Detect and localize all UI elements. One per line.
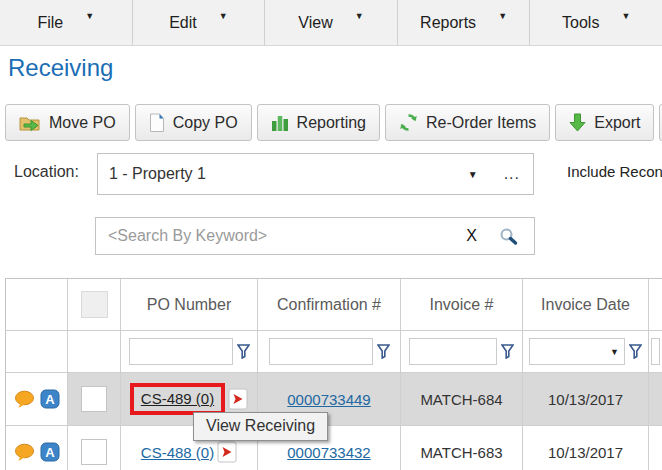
menu-file-label: File bbox=[37, 14, 63, 32]
filter-partial-cell bbox=[649, 331, 662, 373]
note-bubble-icon[interactable] bbox=[14, 443, 35, 462]
filter-funnel-icon[interactable] bbox=[377, 344, 390, 359]
move-po-folder-icon bbox=[19, 114, 41, 132]
svg-text:A: A bbox=[45, 445, 55, 460]
location-dropdown[interactable]: 1 - Property 1 ▼ ... bbox=[97, 153, 534, 195]
reporting-label: Reporting bbox=[297, 114, 366, 132]
menu-edit[interactable]: Edit ▼ bbox=[133, 0, 266, 45]
menu-tools[interactable]: Tools ▼ bbox=[530, 0, 662, 45]
reporting-button[interactable]: Reporting bbox=[257, 104, 380, 141]
confirmation-filter-input[interactable] bbox=[269, 338, 373, 365]
row-2-checkbox-cell bbox=[68, 426, 121, 470]
move-po-button[interactable]: Move PO bbox=[5, 104, 130, 141]
dropdown-arrow-icon[interactable]: ▼ bbox=[468, 169, 478, 180]
column-header-confirmation[interactable]: Confirmation # bbox=[258, 279, 401, 331]
chevron-down-icon: ▼ bbox=[355, 11, 364, 21]
svg-text:A: A bbox=[45, 392, 55, 407]
menu-reports-label: Reports bbox=[420, 14, 476, 32]
po-number-link[interactable]: CS-488 (0) bbox=[141, 444, 214, 461]
move-po-label: Move PO bbox=[49, 114, 116, 132]
filter-funnel-icon[interactable] bbox=[237, 344, 250, 359]
export-button[interactable]: Export bbox=[555, 104, 654, 141]
search-icon[interactable] bbox=[499, 227, 518, 246]
search-input[interactable] bbox=[96, 227, 460, 245]
export-label: Export bbox=[594, 114, 640, 132]
column-header-po-number[interactable]: PO Number bbox=[121, 279, 258, 331]
approval-a-badge-icon[interactable]: A bbox=[40, 442, 60, 462]
row-1-invoice-date-cell: 10/13/2017 bbox=[523, 373, 649, 426]
search-box: X bbox=[95, 217, 535, 255]
copy-page-icon bbox=[149, 113, 165, 133]
filter-checkbox-cell bbox=[68, 331, 121, 373]
reorder-recycle-icon bbox=[399, 113, 418, 132]
filter-invoice-date-cell: ▼ bbox=[523, 331, 649, 373]
select-all-checkbox[interactable] bbox=[81, 291, 108, 318]
menu-bar: File ▼ Edit ▼ View ▼ Reports ▼ Tools ▼ bbox=[0, 0, 662, 46]
dropdown-arrow-icon[interactable]: ▼ bbox=[610, 347, 619, 357]
row-1-checkbox[interactable] bbox=[81, 386, 107, 412]
pdf-export-icon[interactable] bbox=[217, 441, 237, 463]
bar-chart-icon bbox=[271, 114, 289, 132]
filter-funnel-icon[interactable] bbox=[629, 344, 642, 359]
menu-reports[interactable]: Reports ▼ bbox=[398, 0, 531, 45]
row-2-icons-cell: A bbox=[6, 426, 68, 470]
row-1-checkbox-cell bbox=[68, 373, 121, 426]
receiving-table: PO Number Confirmation # Invoice # Invoi… bbox=[5, 278, 662, 470]
row-2-partial-cell bbox=[649, 426, 662, 470]
chevron-down-icon: ▼ bbox=[85, 11, 94, 21]
note-bubble-icon[interactable] bbox=[14, 390, 35, 409]
menu-file[interactable]: File ▼ bbox=[0, 0, 133, 45]
row-2-checkbox[interactable] bbox=[81, 439, 107, 465]
partial-filter-input[interactable] bbox=[651, 338, 660, 365]
page-title: Receiving bbox=[8, 54, 113, 82]
search-clear-button[interactable]: X bbox=[466, 227, 477, 245]
filter-funnel-icon[interactable] bbox=[501, 344, 514, 359]
copy-po-button[interactable]: Copy PO bbox=[135, 104, 252, 141]
chevron-down-icon: ▼ bbox=[498, 11, 507, 21]
menu-edit-label: Edit bbox=[169, 14, 197, 32]
include-reconciled-label: Include Reconc bbox=[567, 163, 662, 180]
menu-view-label: View bbox=[298, 14, 332, 32]
column-header-invoice[interactable]: Invoice # bbox=[401, 279, 523, 331]
row-2-invoice-cell: MATCH-683 bbox=[401, 426, 523, 470]
invoice-filter-input[interactable] bbox=[409, 338, 497, 365]
po-number-filter-input[interactable] bbox=[129, 338, 233, 365]
chevron-down-icon: ▼ bbox=[621, 11, 630, 21]
pdf-export-icon[interactable] bbox=[228, 388, 248, 410]
export-down-arrow-icon bbox=[569, 113, 586, 132]
filter-invoice-cell bbox=[401, 331, 523, 373]
location-value: 1 - Property 1 bbox=[98, 165, 468, 183]
view-receiving-tooltip: View Receiving bbox=[193, 412, 328, 441]
header-select-all bbox=[68, 279, 121, 331]
filter-icons-cell bbox=[6, 331, 68, 373]
location-label: Location: bbox=[14, 163, 79, 181]
menu-view[interactable]: View ▼ bbox=[265, 0, 398, 45]
chevron-down-icon: ▼ bbox=[219, 11, 228, 21]
reorder-items-button[interactable]: Re-Order Items bbox=[385, 104, 550, 141]
po-number-link[interactable]: CS-489 (0) bbox=[141, 390, 214, 407]
header-icons-column bbox=[6, 279, 68, 331]
invoice-date-filter-input[interactable]: ▼ bbox=[529, 338, 625, 365]
row-1-icons-cell: A bbox=[6, 373, 68, 426]
copy-po-label: Copy PO bbox=[173, 114, 238, 132]
filter-confirmation-cell bbox=[258, 331, 401, 373]
row-2-invoice-date-cell: 10/13/2017 bbox=[523, 426, 649, 470]
confirmation-link[interactable]: 0000733449 bbox=[287, 391, 370, 408]
toolbar: Move PO Copy PO Reporting Re-Order Items… bbox=[5, 104, 662, 141]
reorder-items-label: Re-Order Items bbox=[426, 114, 536, 132]
row-1-partial-cell bbox=[649, 373, 662, 426]
approval-a-badge-icon[interactable]: A bbox=[40, 389, 60, 409]
column-header-partial bbox=[649, 279, 662, 331]
menu-tools-label: Tools bbox=[562, 14, 599, 32]
filter-po-number-cell bbox=[121, 331, 258, 373]
highlight-red-box: CS-489 (0) bbox=[130, 383, 225, 415]
row-1-invoice-cell: MATCH-684 bbox=[401, 373, 523, 426]
location-browse-button[interactable]: ... bbox=[504, 165, 520, 183]
confirmation-link[interactable]: 0000733432 bbox=[287, 444, 370, 461]
column-header-invoice-date[interactable]: Invoice Date bbox=[523, 279, 649, 331]
